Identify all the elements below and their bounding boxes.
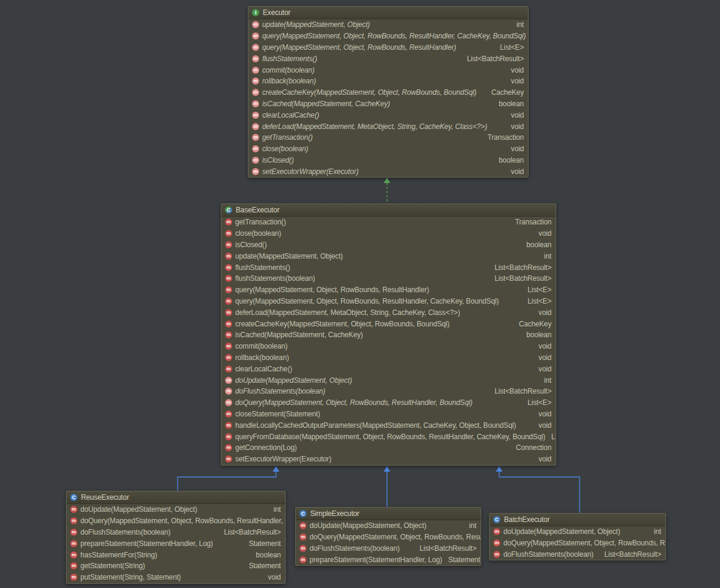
method-row[interactable]: mupdate(MappedStatement, Object)int [221,250,556,262]
method-row[interactable]: mhasStatementFor(String)boolean [67,549,285,560]
method-row[interactable]: mdeferLoad(MappedStatement, MetaObject, … [221,307,556,318]
method-row[interactable]: mclose(boolean)void [248,143,528,155]
class-box-batchexecutor[interactable]: CBatchExecutormdoUpdate(MappedStatement,… [489,513,666,560]
method-row[interactable]: mdoQuery(MappedStatement, Object, RowBou… [67,515,285,527]
method-row[interactable]: mcommit(boolean)void [248,64,528,76]
method-row[interactable]: mclearLocalCache()void [248,109,528,121]
method-row[interactable]: mrollback(boolean)void [221,352,556,364]
method-return-type: List<BatchResult> [488,263,551,272]
class-name: BaseExecutor [236,206,280,214]
method-signature: doFlushStatements(boolean) [310,544,400,553]
method-row[interactable]: msetExecutorWrapper(Executor)void [248,166,528,177]
method-signature: deferLoad(MappedStatement, MetaObject, S… [262,122,487,131]
method-row[interactable]: mclose(boolean)void [221,228,556,239]
class-header[interactable]: CBaseExecutor [221,204,556,217]
class-header[interactable]: CReuseExecutor [67,491,285,504]
method-row[interactable]: misCached(MappedStatement, CacheKey)bool… [248,98,528,110]
method-row[interactable]: msetExecutorWrapper(Executor)void [221,454,556,465]
method-row[interactable]: mgetStatement(String)Statement [67,560,285,572]
method-row[interactable]: mgetTransaction()Transaction [248,132,528,143]
class-box-executor[interactable]: IExecutormupdate(MappedStatement, Object… [248,6,529,178]
method-row[interactable]: mflushStatements()List<BatchResult> [221,262,556,273]
method-return-type: void [533,365,551,373]
method-row[interactable]: mcloseStatement(Statement)void [221,409,556,420]
method-return-type: CacheKey [513,320,551,328]
method-row[interactable]: mquery(MappedStatement, Object, RowBound… [221,296,556,307]
class-box-baseexecutor[interactable]: CBaseExecutormgetTransaction()Transactio… [221,203,556,466]
method-row[interactable]: mgetConnection(Log)Connection [221,442,556,454]
method-signature: doQuery(MappedStatement, Object, RowBoun… [235,398,472,407]
method-return-type: boolean [493,156,524,164]
method-signature: doUpdate(MappedStatement, Object) [310,521,427,530]
method-row[interactable]: mdoUpdate(MappedStatement, Object)int [296,520,481,532]
method-return-type: void [505,66,524,74]
method-icon: m [70,529,77,536]
method-icon: m [225,331,232,338]
extends-arrowhead [273,466,280,472]
method-row[interactable]: mprepareStatement(StatementHandler, Log)… [67,538,285,549]
method-return-type: List<BatchResult> [413,544,476,553]
method-signature: query(MappedStatement, Object, RowBounds… [235,286,429,294]
method-row[interactable]: mdeferLoad(MappedStatement, MetaObject, … [248,121,528,132]
method-row[interactable]: misCached(MappedStatement, CacheKey)bool… [221,329,556,341]
method-return-type: List<BatchResult> [218,528,281,536]
method-row[interactable]: mcreateCacheKey(MappedStatement, Object,… [248,87,528,98]
method-icon: m [299,545,307,552]
abstract-method-icon: m [225,399,232,406]
extends-edge [178,471,276,491]
method-row[interactable]: mrollback(boolean)void [248,76,528,87]
method-row[interactable]: mdoFlushStatements(boolean)List<BatchRes… [221,386,556,397]
method-row[interactable]: mflushStatements()List<BatchResult> [248,53,528,64]
method-row[interactable]: misClosed()boolean [221,239,556,251]
method-return-type: int [538,252,551,260]
method-return-type: void [505,145,524,153]
method-signature: getStatement(String) [80,562,145,570]
method-row[interactable]: mdoFlushStatements(boolean)List<BatchRes… [67,527,285,538]
method-signature: update(MappedStatement, Object) [262,20,370,29]
class-header[interactable]: IExecutor [248,7,528,19]
method-row[interactable]: mdoFlushStatements(boolean)List<BatchRes… [490,549,665,560]
method-row[interactable]: mdoFlushStatements(boolean)List<BatchRes… [296,543,481,554]
method-row[interactable]: mputStatement(String, Statement)void [67,572,285,583]
class-name: Executor [263,8,290,17]
method-signature: query(MappedStatement, Object, RowBounds… [235,297,499,305]
method-row[interactable]: mdoUpdate(MappedStatement, Object)int [221,374,556,386]
method-row[interactable]: mcommit(boolean)void [221,341,556,352]
method-row[interactable]: misClosed()boolean [248,155,528,166]
method-signature: doQuery(MappedStatement, Object, RowBoun… [503,539,665,547]
method-signature: doUpdate(MappedStatement, Object) [503,527,620,536]
class-box-reuseexecutor[interactable]: CReuseExecutormdoUpdate(MappedStatement,… [66,491,286,584]
method-row[interactable]: mdoQuery(MappedStatement, Object, RowBou… [221,397,556,409]
method-row[interactable]: mquery(MappedStatement, Object, RowBound… [248,42,528,53]
method-icon: m [225,320,232,328]
method-icon: m [225,230,232,237]
method-signature: createCacheKey(MappedStatement, Object, … [262,88,476,97]
method-row[interactable]: mcreateCacheKey(MappedStatement, Object,… [221,318,556,329]
class-box-simpleexecutor[interactable]: CSimpleExecutormdoUpdate(MappedStatement… [295,507,481,566]
method-row[interactable]: mdoUpdate(MappedStatement, Object)int [67,504,285,515]
method-row[interactable]: mclearLocalCache()void [221,363,556,374]
method-return-type: void [505,77,524,85]
method-row[interactable]: mdoQuery(MappedStatement, Object, RowBou… [296,532,481,543]
method-return-type: void [533,410,551,418]
method-row[interactable]: mdoUpdate(MappedStatement, Object)int [490,526,665,538]
method-icon: m [70,551,77,559]
method-row[interactable]: mupdate(MappedStatement, Object)int [248,19,528,31]
method-signature: handleLocallyCachedOutputParameters(Mapp… [235,421,516,430]
method-return-type: void [505,111,524,119]
method-row[interactable]: mquery(MappedStatement, Object, RowBound… [248,31,528,42]
method-row[interactable]: mgetTransaction()Transaction [221,217,556,228]
method-row[interactable]: mflushStatements(boolean)List<BatchResul… [221,273,556,284]
class-header[interactable]: CSimpleExecutor [296,508,481,520]
method-row[interactable]: mhandleLocallyCachedOutputParameters(Map… [221,419,556,431]
class-header[interactable]: CBatchExecutor [490,514,665,526]
abstract-method-icon: m [252,21,259,28]
method-signature: deferLoad(MappedStatement, MetaObject, S… [235,308,460,317]
method-row[interactable]: mdoQuery(MappedStatement, Object, RowBou… [490,538,665,549]
method-return-type: void [533,308,551,317]
method-row[interactable]: mprepareStatement(StatementHandler, Log)… [296,554,481,565]
diagram-canvas[interactable]: IExecutormupdate(MappedStatement, Object… [0,0,720,588]
method-row[interactable]: mqueryFromDatabase(MappedStatement, Obje… [221,431,556,442]
method-icon: m [225,444,232,451]
method-row[interactable]: mquery(MappedStatement, Object, RowBound… [221,284,556,296]
